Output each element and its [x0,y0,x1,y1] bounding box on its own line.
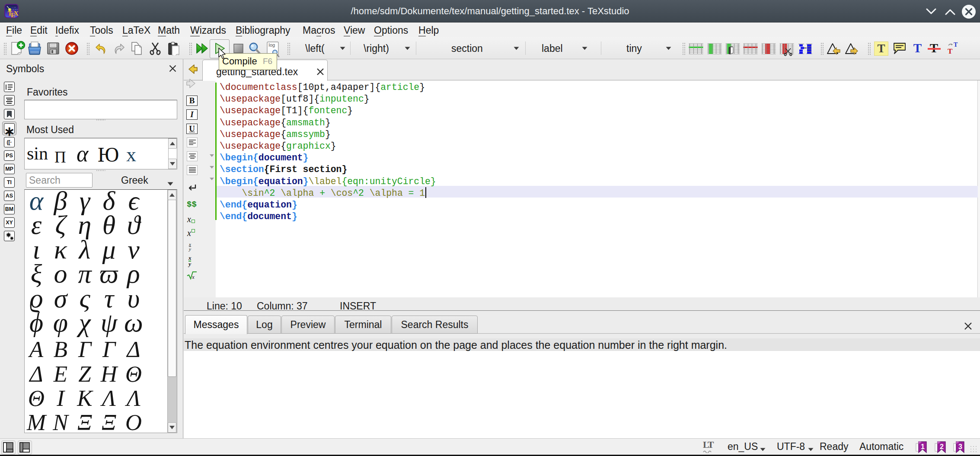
svg-text:T: T [948,47,953,55]
svg-text:x: x [192,274,195,280]
svg-text:2: 2 [940,443,944,450]
svg-text:log: log [269,42,275,48]
svg-text:1: 1 [921,443,925,450]
svg-text:3: 3 [958,443,962,450]
svg-text:T: T [954,41,958,48]
